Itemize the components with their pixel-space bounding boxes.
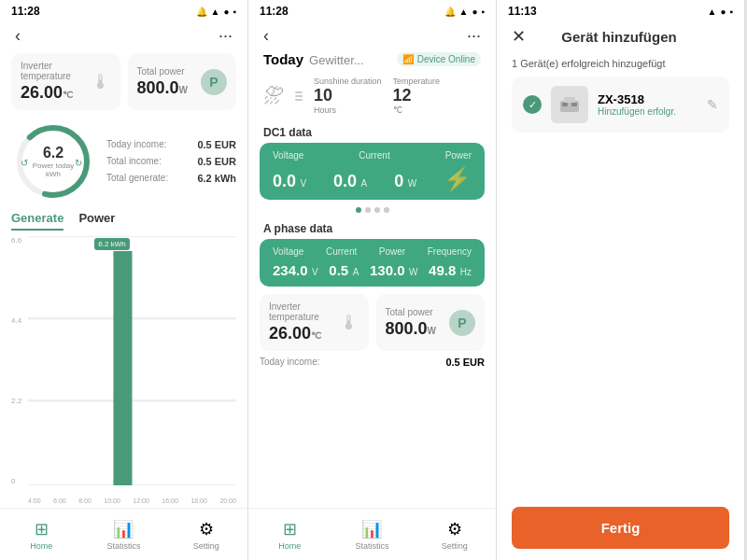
inverter-value: 26.00℃ <box>21 83 91 103</box>
chart-area: 6.6 4.4 2.2 0 6.2 kWh 4:00 6:00 8:00 10:… <box>0 231 247 508</box>
status-bar-2: 11:28 🔔 ▲ ● ▪ <box>248 0 496 22</box>
device-model: ZX-3518 <box>598 92 707 106</box>
edit-icon[interactable]: ✎ <box>707 97 718 112</box>
wifi-badge-icon: 📶 <box>402 54 414 64</box>
solar-panel-icon: ⚡ <box>444 166 472 192</box>
dc1-power-label: Power <box>445 150 472 161</box>
tab-power[interactable]: Power <box>78 211 115 231</box>
tab-generate[interactable]: Generate <box>11 211 63 231</box>
setting-icon-1: ⚙ <box>199 519 214 539</box>
device-title-row: Today Gewitter... 📶 Device Online <box>248 51 496 73</box>
bottom-nav-2: ⊞ Home 📊 Statistics ⚙ Setting <box>248 508 496 560</box>
status-icons-2: 🔔 ▲ ● ▪ <box>444 7 486 17</box>
dot-1 <box>356 207 361 213</box>
setting-icon-2: ⚙ <box>447 519 462 539</box>
phase-values: 234.0 V 0.5 A 130.0 W 49.8 Hz <box>273 262 472 279</box>
phase-voltage-label: Voltage <box>273 246 303 257</box>
svg-rect-8 <box>113 251 132 485</box>
wifi-icon: ● <box>223 7 229 17</box>
parking-icon: P <box>201 69 227 95</box>
back-button-2[interactable]: ‹ <box>263 26 269 46</box>
sun-rays-icon <box>295 91 303 101</box>
home-icon-1: ⊞ <box>35 519 49 539</box>
svg-rect-11 <box>562 103 568 106</box>
dc1-voltage: 0.0 V <box>273 172 306 191</box>
total-income-row: Total income: 0.5 EUR <box>106 156 236 167</box>
dc1-voltage-label: Voltage <box>273 150 303 161</box>
today-income-row: Today income: 0.5 EUR <box>106 139 236 150</box>
sunshine-unit: Hours <box>314 105 382 115</box>
dc1-values: 0.0 V 0.0 A 0 W ⚡ <box>273 166 472 192</box>
chart-canvas: 6.2 kWh <box>28 236 236 485</box>
nav-stats-2[interactable]: 📊 Statistics <box>331 509 413 560</box>
nav-home-label-1: Home <box>30 541 52 551</box>
battery-icon-3: ▪ <box>729 7 733 17</box>
phone-1: 11:28 🔔 ▲ ● ▪ ‹ ··· Inverter temperature… <box>0 0 248 560</box>
chart-y-labels: 6.6 4.4 2.2 0 <box>11 236 21 485</box>
phone2-income-value: 0.5 EUR <box>445 357 485 368</box>
parking-icon-2: P <box>449 310 475 336</box>
dot-3 <box>374 207 380 213</box>
total-generate-label: Total generate: <box>106 173 168 184</box>
battery-icon: ▪ <box>233 7 236 17</box>
temp-power-row: Inverter temperature 26.00℃ 🌡 Total powe… <box>0 53 247 110</box>
nav-stats-label-1: Statistics <box>106 541 140 551</box>
spacer <box>497 140 744 496</box>
nav-stats-1[interactable]: 📊 Statistics <box>82 509 164 560</box>
dc1-current: 0.0 A <box>333 172 367 191</box>
inverter-temp-card: Inverter temperature 26.00℃ 🌡 <box>11 53 120 110</box>
wifi-icon-3: ● <box>720 7 726 17</box>
device-name: Today <box>263 51 303 67</box>
bar-tooltip: 6.2 kWh <box>94 238 129 250</box>
stats-icon-1: 📊 <box>113 519 134 539</box>
status-time-2: 11:28 <box>260 5 289 18</box>
total-income-label: Total income: <box>106 156 162 167</box>
phase-freq-label: Frequency <box>428 246 472 257</box>
total-power-card: Total power 800.0W P <box>128 53 237 110</box>
power-today-unit: kWh <box>33 170 74 178</box>
dot-indicator <box>248 207 496 213</box>
dot-2 <box>365 207 371 213</box>
power-circle-section: ↺ ↻ 6.2 Power today kWh Today income: 0.… <box>0 110 247 203</box>
device-info: ZX-3518 Hinzufügen erfolgr. <box>598 92 707 117</box>
phase-title: A phase data <box>248 218 496 239</box>
svg-rect-12 <box>571 103 577 106</box>
nav-setting-1[interactable]: ⚙ Setting <box>165 509 247 560</box>
back-button-1[interactable]: ‹ <box>15 26 21 46</box>
thermometer-icon: 🌡 <box>91 70 111 94</box>
temp-label: Temperature <box>393 77 441 86</box>
nav-home-2[interactable]: ⊞ Home <box>248 509 331 560</box>
device-title: Today Gewitter... <box>263 51 364 67</box>
dc1-card: Voltage Current Power 0.0 V 0.0 A 0 W ⚡ <box>260 143 485 200</box>
phone2-today-income: Today income: 0.5 EUR <box>260 357 485 368</box>
status-bar-3: 11:13 ▲ ● ▪ <box>497 0 744 22</box>
fertig-button[interactable]: Fertig <box>512 507 729 549</box>
more-button-1[interactable]: ··· <box>218 26 233 46</box>
total-income-value: 0.5 EUR <box>197 156 236 167</box>
nav-stats-label-2: Statistics <box>355 541 388 551</box>
temp-unit: ℃ <box>393 105 441 115</box>
phone2-power-label: Total power <box>386 307 437 317</box>
online-badge: 📶 Device Online <box>397 52 481 66</box>
svg-text:↺: ↺ <box>21 158 28 168</box>
phase-card: Voltage Current Power Frequency 234.0 V … <box>260 239 485 287</box>
nav-setting-2[interactable]: ⚙ Setting <box>414 509 496 560</box>
power-today-value: 6.2 <box>33 145 74 161</box>
close-button-3[interactable]: ✕ <box>512 26 526 47</box>
notif-icon: 🔔 <box>196 7 207 17</box>
phase-voltage: 234.0 V <box>273 262 318 279</box>
nav-home-1[interactable]: ⊞ Home <box>0 509 82 560</box>
circle-center: 6.2 Power today kWh <box>33 145 74 178</box>
phase-freq: 49.8 Hz <box>429 262 472 279</box>
more-button-2[interactable]: ··· <box>467 26 481 46</box>
svg-text:↻: ↻ <box>75 158 82 168</box>
phone2-power-card: Total power 800.0W P <box>376 294 486 351</box>
income-info: Today income: 0.5 EUR Total income: 0.5 … <box>95 139 236 184</box>
phone2-income-row: Today income: 0.5 EUR <box>248 351 496 373</box>
total-generate-row: Total generate: 6.2 kWh <box>106 173 236 184</box>
dc1-current-label: Current <box>359 150 389 161</box>
power-circle: ↺ ↻ 6.2 Power today kWh <box>11 119 95 203</box>
status-time-1: 11:28 <box>11 5 40 18</box>
inverter-label: Inverter temperature <box>21 61 91 81</box>
success-message: 1 Gerät(e) erfolgreich hinzugefügt <box>497 54 744 77</box>
